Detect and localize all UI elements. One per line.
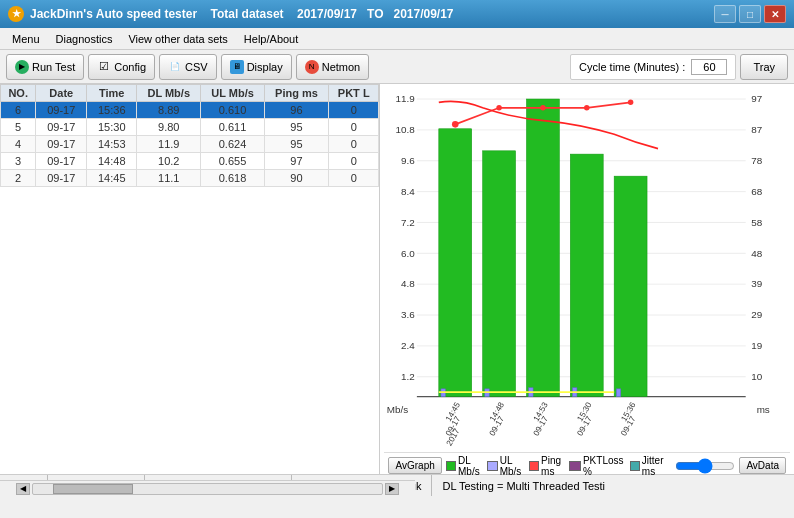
svg-text:48: 48 xyxy=(752,248,763,259)
svg-point-48 xyxy=(628,100,633,106)
cell-dlmbs: 9.80 xyxy=(137,119,201,136)
cell-pktl: 0 xyxy=(328,102,378,119)
menu-item-menu[interactable]: Menu xyxy=(4,31,48,47)
svg-text:1.2: 1.2 xyxy=(401,371,415,382)
cell-pingms: 90 xyxy=(264,170,328,187)
cell-dlmbs: 11.9 xyxy=(137,136,201,153)
svg-rect-43 xyxy=(617,389,621,397)
horizontal-scrollbar[interactable] xyxy=(32,483,383,495)
cycle-time-area: Cycle time (Minutes) : xyxy=(570,54,736,80)
netmon-button[interactable]: N Netmon xyxy=(296,54,370,80)
col-date: Date xyxy=(36,85,87,102)
svg-rect-34 xyxy=(439,129,472,397)
main-content: NO. Date Time DL Mb/s UL Mb/s Ping ms PK… xyxy=(0,84,794,474)
svg-text:3.6: 3.6 xyxy=(401,309,415,320)
display-icon: 🖥 xyxy=(230,60,244,74)
svg-text:11.9: 11.9 xyxy=(396,93,416,104)
svg-rect-38 xyxy=(615,176,648,396)
ul-legend-box xyxy=(487,461,497,471)
cell-no: 3 xyxy=(1,153,36,170)
cell-time: 14:53 xyxy=(87,136,137,153)
svg-text:78: 78 xyxy=(752,155,763,166)
svg-text:19: 19 xyxy=(752,340,763,351)
tray-button[interactable]: Tray xyxy=(740,54,788,80)
cell-pingms: 96 xyxy=(264,102,328,119)
app-title: JackDinn's Auto speed tester Total datas… xyxy=(30,7,711,21)
menu-item-help[interactable]: Help/About xyxy=(236,31,306,47)
title-bar: ★ JackDinn's Auto speed tester Total dat… xyxy=(0,0,794,28)
minimize-button[interactable]: ─ xyxy=(714,5,736,23)
pkt-legend-label: PKTLoss % xyxy=(583,455,626,477)
svg-text:97: 97 xyxy=(752,93,763,104)
cell-ulmbs: 0.610 xyxy=(201,102,265,119)
table-row[interactable]: 509-1715:309.800.611950 xyxy=(1,119,379,136)
col-time: Time xyxy=(87,85,137,102)
close-button[interactable]: ✕ xyxy=(764,5,786,23)
table-header-row: NO. Date Time DL Mb/s UL Mb/s Ping ms PK… xyxy=(1,85,379,102)
table-row[interactable]: 309-1714:4810.20.655970 xyxy=(1,153,379,170)
menu-item-view-datasets[interactable]: View other data sets xyxy=(120,31,235,47)
app-icon: ★ xyxy=(8,6,24,22)
menu-bar: Menu Diagnostics View other data sets He… xyxy=(0,28,794,50)
pkt-legend-box xyxy=(569,461,581,471)
table-row[interactable]: 209-1714:4511.10.618900 xyxy=(1,170,379,187)
horizontal-scroll-area: ◀ ▶ xyxy=(0,480,415,496)
data-table-area: NO. Date Time DL Mb/s UL Mb/s Ping ms PK… xyxy=(0,84,380,474)
graph-area: 11.9 10.8 9.6 8.4 7.2 6.0 4.8 3.6 2.4 1.… xyxy=(380,84,794,474)
menu-item-diagnostics[interactable]: Diagnostics xyxy=(48,31,121,47)
run-test-button[interactable]: ▶ Run Test xyxy=(6,54,84,80)
scroll-left-button[interactable]: ◀ xyxy=(16,483,30,495)
csv-icon: 📄 xyxy=(168,60,182,74)
svg-text:ms: ms xyxy=(757,404,770,415)
cell-ulmbs: 0.618 xyxy=(201,170,265,187)
svg-text:10.8: 10.8 xyxy=(396,124,416,135)
cell-pingms: 97 xyxy=(264,153,328,170)
toolbar: ▶ Run Test ☑ Config 📄 CSV 🖥 Display N Ne… xyxy=(0,50,794,84)
col-no: NO. xyxy=(1,85,36,102)
svg-text:9.6: 9.6 xyxy=(401,155,415,166)
cell-dlmbs: 11.1 xyxy=(137,170,201,187)
av-graph-button[interactable]: AvGraph xyxy=(388,457,441,474)
jitter-legend-label: Jitter ms xyxy=(642,455,668,477)
table-row[interactable]: 409-1714:5311.90.624950 xyxy=(1,136,379,153)
svg-text:39: 39 xyxy=(752,278,763,289)
cell-time: 14:48 xyxy=(87,153,137,170)
svg-text:29: 29 xyxy=(752,309,763,320)
cell-ulmbs: 0.655 xyxy=(201,153,265,170)
csv-button[interactable]: 📄 CSV xyxy=(159,54,217,80)
svg-text:68: 68 xyxy=(752,186,763,197)
cell-time: 15:36 xyxy=(87,102,137,119)
svg-rect-36 xyxy=(527,99,560,397)
jitter-legend-box xyxy=(630,461,640,471)
chart-container: 11.9 10.8 9.6 8.4 7.2 6.0 4.8 3.6 2.4 1.… xyxy=(384,88,790,452)
svg-rect-35 xyxy=(483,151,516,397)
cycle-input[interactable] xyxy=(691,59,727,75)
svg-text:10: 10 xyxy=(752,371,763,382)
svg-text:87: 87 xyxy=(752,124,763,135)
cell-time: 14:45 xyxy=(87,170,137,187)
scroll-right-button[interactable]: ▶ xyxy=(385,483,399,495)
cell-no: 2 xyxy=(1,170,36,187)
ping-legend-box xyxy=(529,461,539,471)
svg-point-46 xyxy=(541,105,546,111)
svg-text:8.4: 8.4 xyxy=(401,186,415,197)
config-button[interactable]: ☑ Config xyxy=(88,54,155,80)
config-icon: ☑ xyxy=(97,60,111,74)
scroll-thumb[interactable] xyxy=(53,484,133,494)
graph-scroll-slider[interactable] xyxy=(675,458,735,474)
maximize-button[interactable]: □ xyxy=(739,5,761,23)
svg-rect-37 xyxy=(571,154,604,396)
dl-legend-box xyxy=(446,461,456,471)
av-data-button[interactable]: AvData xyxy=(739,457,786,474)
table-row[interactable]: 609-1715:368.890.610960 xyxy=(1,102,379,119)
legend-jitter: Jitter ms xyxy=(630,455,668,477)
cell-pktl: 0 xyxy=(328,119,378,136)
display-button[interactable]: 🖥 Display xyxy=(221,54,292,80)
legend-ul: UL Mb/s xyxy=(487,455,525,477)
legend-dl: DL Mb/s xyxy=(446,455,484,477)
cell-no: 4 xyxy=(1,136,36,153)
svg-text:6.0: 6.0 xyxy=(401,248,415,259)
col-pkt: PKT L xyxy=(328,85,378,102)
svg-point-47 xyxy=(584,105,589,111)
cell-dlmbs: 10.2 xyxy=(137,153,201,170)
